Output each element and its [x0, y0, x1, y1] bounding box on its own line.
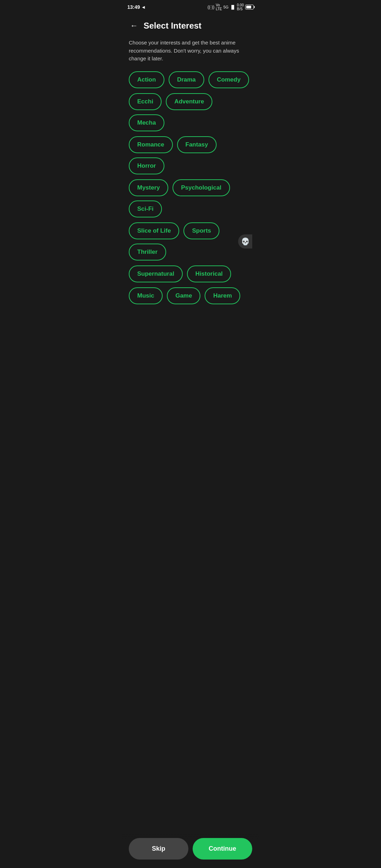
chip-supernatural[interactable]: Supernatural	[129, 265, 183, 282]
interests-row-5-wrapper: Slice of Life Sports Thriller 💀	[129, 222, 252, 261]
back-icon: ←	[130, 21, 138, 30]
chip-mecha[interactable]: Mecha	[129, 114, 164, 131]
interests-row-4: Mystery Psychological Sci-Fi	[129, 179, 252, 217]
signal-type: 5G	[223, 5, 229, 9]
status-bar: 13:49 ◂ ((·)) VoLTE 5G ▐▌ 0.00B/S	[122, 0, 259, 14]
description-text: Choose your interests and get the best a…	[122, 35, 259, 71]
interests-row-6: Supernatural Historical	[129, 265, 252, 282]
signal-bars: ▐▌	[230, 5, 236, 9]
interests-row-2: Ecchi Adventure Mecha	[129, 93, 252, 131]
page-title: Select Interest	[144, 21, 201, 31]
skull-icon: 💀	[238, 234, 252, 249]
chip-game[interactable]: Game	[167, 287, 200, 304]
interests-row-7: Music Game Harem	[129, 287, 252, 304]
location-icon: ◂	[142, 4, 145, 10]
chip-harem[interactable]: Harem	[205, 287, 240, 304]
chip-music[interactable]: Music	[129, 287, 163, 304]
chip-action[interactable]: Action	[129, 71, 164, 88]
chip-drama[interactable]: Drama	[169, 71, 204, 88]
chip-horror[interactable]: Horror	[129, 157, 164, 174]
time-display: 13:49	[127, 4, 140, 10]
interests-row-3: Romance Fantasy Horror	[129, 136, 252, 174]
chip-romance[interactable]: Romance	[129, 136, 173, 153]
chip-scifi[interactable]: Sci-Fi	[129, 200, 162, 217]
back-button[interactable]: ←	[129, 20, 139, 32]
chip-sports[interactable]: Sports	[183, 222, 219, 239]
chip-fantasy[interactable]: Fantasy	[177, 136, 217, 153]
interests-container: Action Drama Comedy Ecchi Adventure Mech…	[122, 71, 259, 304]
chip-mystery[interactable]: Mystery	[129, 179, 168, 196]
data-speed: 0.00B/S	[237, 3, 244, 11]
chip-psychological[interactable]: Psychological	[173, 179, 230, 196]
battery-indicator	[245, 5, 254, 10]
chip-slice-of-life[interactable]: Slice of Life	[129, 222, 179, 239]
chip-thriller[interactable]: Thriller	[129, 244, 166, 261]
chip-comedy[interactable]: Comedy	[208, 71, 249, 88]
status-left: 13:49 ◂	[127, 4, 145, 10]
network-type: VoLTE	[216, 3, 222, 11]
interests-row-5: Slice of Life Sports Thriller	[129, 222, 252, 261]
chip-adventure[interactable]: Adventure	[166, 93, 212, 110]
status-right: ((·)) VoLTE 5G ▐▌ 0.00B/S	[207, 3, 254, 11]
interests-row-1: Action Drama Comedy	[129, 71, 252, 88]
wifi-icon: ((·))	[207, 5, 214, 10]
chip-historical[interactable]: Historical	[187, 265, 231, 282]
header: ← Select Interest	[122, 14, 259, 35]
chip-ecchi[interactable]: Ecchi	[129, 93, 162, 110]
